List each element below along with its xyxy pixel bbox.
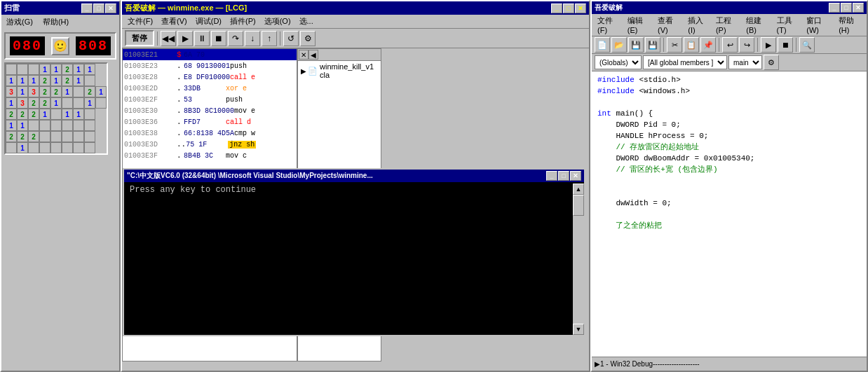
tree-close-btn[interactable]: ✕: [299, 50, 308, 60]
step-over-btn[interactable]: ↷: [228, 31, 243, 46]
mine-cell[interactable]: [39, 142, 50, 153]
mine-cell[interactable]: [73, 86, 84, 97]
disasm-row[interactable]: 01003E3F . 8B4B 3C mov c: [123, 150, 297, 161]
dbg-menu-file[interactable]: 文件(F): [125, 15, 156, 27]
mine-cell[interactable]: [73, 131, 84, 142]
mine-cell[interactable]: 1: [50, 97, 62, 109]
mine-cell[interactable]: 1: [39, 64, 50, 75]
debugger-minimize-btn[interactable]: _: [551, 4, 562, 13]
mine-cell[interactable]: [50, 131, 62, 142]
disasm-row[interactable]: 01003E3D .. 75 1F jnz sh: [123, 139, 297, 150]
menu-help[interactable]: 帮助(H): [41, 16, 71, 28]
mine-cell[interactable]: [95, 97, 107, 109]
vs-menu-view[interactable]: 查看(V): [655, 15, 682, 35]
tree-item[interactable]: ▶ 📄 winmine_kill_v1 cla: [298, 61, 381, 81]
mine-cell[interactable]: [84, 142, 95, 153]
mine-cell[interactable]: [62, 97, 73, 109]
debugger-maximize-btn[interactable]: □: [563, 4, 574, 13]
mine-cell[interactable]: [28, 142, 39, 153]
mine-cell[interactable]: 1: [84, 97, 95, 109]
vs-cut-btn[interactable]: ✂: [667, 37, 682, 53]
mine-cell[interactable]: 2: [50, 86, 62, 97]
mine-cell[interactable]: 2: [39, 86, 50, 97]
mine-cell[interactable]: 1: [6, 75, 17, 86]
mine-cell[interactable]: 1: [95, 86, 107, 97]
mine-cell[interactable]: [28, 120, 39, 131]
mine-cell[interactable]: 1: [50, 75, 62, 86]
mine-cell[interactable]: 1: [17, 75, 28, 86]
mine-cell[interactable]: [84, 131, 95, 142]
smiley-button[interactable]: 🙂: [51, 37, 69, 55]
vs-save-btn[interactable]: 💾: [628, 37, 644, 53]
mine-cell[interactable]: 1: [17, 120, 28, 131]
vs-stop-btn[interactable]: ⏹: [778, 37, 793, 53]
play-btn[interactable]: ▶: [177, 31, 193, 46]
mine-cell[interactable]: 1: [62, 109, 73, 120]
mine-cell[interactable]: [17, 64, 28, 75]
vs-save-all-btn[interactable]: 💾: [645, 37, 660, 53]
mine-cell[interactable]: 1: [73, 64, 84, 75]
mine-cell[interactable]: [28, 64, 39, 75]
scroll-up-btn[interactable]: ▲: [573, 184, 584, 195]
vs-menu-tools[interactable]: 工具(T): [774, 15, 801, 35]
mine-cell[interactable]: [84, 109, 95, 120]
mine-cell[interactable]: 2: [39, 97, 50, 109]
mine-cell[interactable]: 2: [62, 64, 73, 75]
maximize-button[interactable]: □: [93, 4, 104, 13]
mine-cell[interactable]: [84, 75, 95, 86]
mine-cell[interactable]: 1: [73, 75, 84, 86]
mine-cell[interactable]: 1: [17, 142, 28, 153]
mine-cell[interactable]: 2: [17, 109, 28, 120]
mine-cell[interactable]: 2: [17, 131, 28, 142]
disasm-row[interactable]: 01003E2D . 33DB xor e: [123, 83, 297, 94]
vs-undo-btn[interactable]: ↩: [722, 37, 738, 53]
mine-cell[interactable]: 2: [28, 131, 39, 142]
mine-cell[interactable]: [39, 120, 50, 131]
mine-cell[interactable]: 1: [6, 120, 17, 131]
mine-cell[interactable]: 1: [39, 109, 50, 120]
vs-new-btn[interactable]: 📄: [595, 37, 610, 53]
step-out-btn[interactable]: ↑: [262, 31, 277, 46]
stop-btn[interactable]: ⏹: [211, 31, 226, 46]
mine-cell[interactable]: 2: [28, 97, 39, 109]
vs-function-dropdown[interactable]: main: [728, 55, 762, 69]
disasm-row[interactable]: 01003E30 . 8B3D 8C10000 mov e: [123, 105, 297, 116]
mine-cell[interactable]: [62, 120, 73, 131]
vs-prop-btn[interactable]: ⚙: [764, 55, 779, 70]
mine-cell[interactable]: 1: [73, 109, 84, 120]
vs-maximize-btn[interactable]: □: [841, 3, 852, 13]
mine-cell[interactable]: [73, 142, 84, 153]
vs-menu-edit[interactable]: 编辑(E): [625, 15, 652, 35]
pause2-btn[interactable]: ⏸: [194, 31, 210, 46]
dbg-menu-debug[interactable]: 调试(D): [193, 15, 224, 27]
vs-copy-btn[interactable]: 📋: [684, 37, 699, 53]
mine-cell[interactable]: [50, 109, 62, 120]
mine-cell[interactable]: 3: [6, 86, 17, 97]
close-button[interactable]: ✕: [105, 4, 116, 13]
menu-game[interactable]: 游戏(G): [4, 16, 35, 28]
mine-cell[interactable]: [39, 131, 50, 142]
mine-cell[interactable]: 2: [6, 109, 17, 120]
disasm-row[interactable]: 01003E21 $ 6A 70: [123, 49, 297, 60]
disasm-row[interactable]: 01003E2F . 53 push: [123, 94, 297, 105]
mine-cell[interactable]: 1: [28, 75, 39, 86]
mine-cell[interactable]: [6, 142, 17, 153]
scroll-thumb[interactable]: [573, 195, 584, 216]
mine-cell[interactable]: [84, 120, 95, 131]
console-minimize-btn[interactable]: _: [546, 171, 557, 181]
minimize-button[interactable]: _: [81, 4, 93, 13]
mine-cell[interactable]: 1: [6, 97, 17, 109]
scroll-down-btn[interactable]: ▼: [573, 324, 584, 335]
step-back-btn[interactable]: ◀◀: [161, 31, 176, 46]
vs-menu-project[interactable]: 工程(P): [713, 15, 740, 35]
mine-cell[interactable]: [62, 142, 73, 153]
vs-menu-window[interactable]: 窗口(W): [803, 15, 833, 35]
mine-cell[interactable]: 3: [28, 86, 39, 97]
mine-cell[interactable]: [50, 142, 62, 153]
disasm-row[interactable]: 01003E38 . 66:8138 4D5A cmp w: [123, 128, 297, 139]
disasm-row[interactable]: 01003E36 . FFD7 call d: [123, 116, 297, 128]
dbg-menu-opts[interactable]: 选项(O): [262, 15, 294, 27]
tree-nav-btn[interactable]: ◀: [308, 50, 318, 60]
dbg-menu-plugins[interactable]: 插件(P): [227, 15, 259, 27]
dbg-menu-extra[interactable]: 选...: [297, 15, 316, 27]
